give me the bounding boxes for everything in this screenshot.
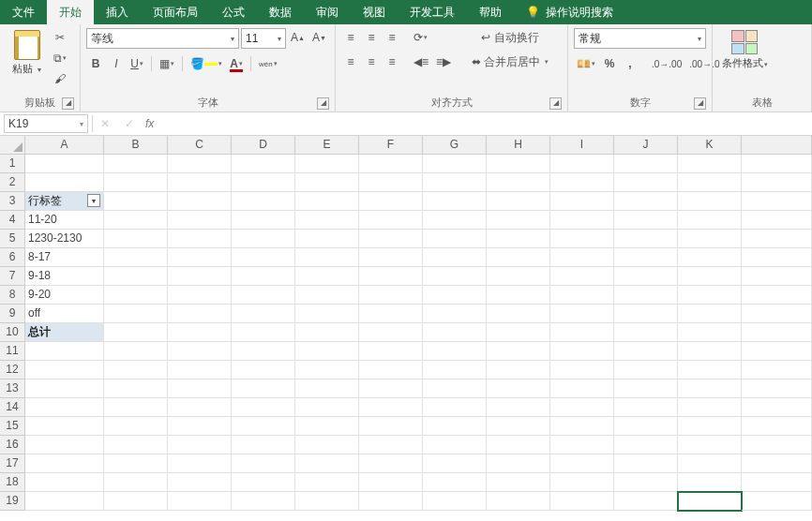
cell-E19[interactable] [295, 492, 359, 511]
cell-C1[interactable] [168, 155, 232, 173]
cell-F12[interactable] [359, 361, 423, 380]
row-header-7[interactable]: 7 [0, 267, 24, 286]
row-header-8[interactable]: 8 [0, 286, 24, 305]
cell-G4[interactable] [423, 211, 487, 230]
conditional-format-button[interactable]: 条件格式▾ [718, 28, 771, 72]
cell-E2[interactable] [295, 173, 359, 192]
select-all-corner[interactable] [0, 136, 25, 155]
cell-C8[interactable] [168, 286, 232, 305]
cell-B10[interactable] [104, 323, 168, 342]
row-header-18[interactable]: 18 [0, 473, 24, 492]
cell-H16[interactable] [487, 436, 550, 454]
cell-J11[interactable] [614, 342, 678, 361]
cell-A14[interactable] [25, 398, 104, 417]
cell-A2[interactable] [25, 173, 104, 192]
bold-button[interactable]: B [86, 54, 105, 73]
row-header-15[interactable]: 15 [0, 417, 24, 436]
clipboard-dialog-launcher[interactable]: ◢ [62, 97, 74, 110]
cell-B16[interactable] [104, 436, 168, 454]
cell-E16[interactable] [295, 436, 359, 454]
formula-input[interactable] [158, 112, 812, 135]
comma-button[interactable]: , [621, 54, 639, 73]
col-header-G[interactable]: G [423, 136, 487, 154]
col-header-E[interactable]: E [295, 136, 359, 154]
cell-C16[interactable] [168, 436, 232, 454]
cell-D5[interactable] [232, 230, 295, 248]
cell-B9[interactable] [104, 305, 168, 323]
cell-B13[interactable] [104, 380, 168, 398]
cell-I3[interactable] [550, 192, 614, 211]
cell-B6[interactable] [104, 248, 168, 267]
cell-I5[interactable] [550, 230, 614, 248]
cell-F15[interactable] [359, 417, 423, 436]
cell-J18[interactable] [614, 473, 678, 492]
row-header-19[interactable]: 19 [0, 492, 24, 511]
insert-function-button[interactable]: fx [142, 112, 158, 135]
tab-insert[interactable]: 插入 [94, 0, 141, 24]
cell-A10[interactable]: 总计 [25, 323, 104, 342]
cell-A16[interactable] [25, 436, 104, 454]
cell-B11[interactable] [104, 342, 168, 361]
cell-B8[interactable] [104, 286, 168, 305]
cell-K11[interactable] [678, 342, 742, 361]
cell-F13[interactable] [359, 380, 423, 398]
cell-J1[interactable] [614, 155, 678, 173]
cell-G19[interactable] [423, 492, 487, 511]
borders-button[interactable]: ▦▾ [157, 54, 177, 73]
tab-view[interactable]: 视图 [351, 0, 398, 24]
cell-C10[interactable] [168, 323, 232, 342]
cell-D3[interactable] [232, 192, 295, 211]
cell-F9[interactable] [359, 305, 423, 323]
cell-E6[interactable] [295, 248, 359, 267]
cell-A19[interactable] [25, 492, 104, 511]
cell-I6[interactable] [550, 248, 614, 267]
cell-I4[interactable] [550, 211, 614, 230]
cell-H2[interactable] [487, 173, 550, 192]
cell-C9[interactable] [168, 305, 232, 323]
cell-I17[interactable] [550, 454, 614, 473]
cell-F16[interactable] [359, 436, 423, 454]
cell-I18[interactable] [550, 473, 614, 492]
cell-C14[interactable] [168, 398, 232, 417]
cell-K10[interactable] [678, 323, 742, 342]
row-header-3[interactable]: 3 [0, 192, 24, 211]
row-header-13[interactable]: 13 [0, 380, 24, 398]
cell-H1[interactable] [487, 155, 550, 173]
cell-B5[interactable] [104, 230, 168, 248]
col-header-K[interactable]: K [678, 136, 742, 154]
cell-C6[interactable] [168, 248, 232, 267]
cell-G16[interactable] [423, 436, 487, 454]
alignment-dialog-launcher[interactable]: ◢ [549, 97, 562, 110]
tab-home[interactable]: 开始 [47, 0, 94, 24]
cell-D11[interactable] [232, 342, 295, 361]
cell-J15[interactable] [614, 417, 678, 436]
increase-indent-button[interactable]: ≡▶ [433, 52, 454, 71]
cell-A3[interactable]: 行标签▼ [25, 192, 104, 211]
cell-D4[interactable] [232, 211, 295, 230]
font-name-select[interactable]: 等线▾ [86, 28, 239, 49]
cell-A18[interactable] [25, 473, 104, 492]
cell-H8[interactable] [487, 286, 550, 305]
tab-help[interactable]: 帮助 [467, 0, 514, 24]
cell-A5[interactable]: 1230-2130 [25, 230, 104, 248]
row-header-2[interactable]: 2 [0, 173, 24, 192]
cell-K6[interactable] [678, 248, 742, 267]
number-format-select[interactable]: 常规▾ [574, 28, 706, 49]
cell-E12[interactable] [295, 361, 359, 380]
cell-I13[interactable] [550, 380, 614, 398]
cell-A15[interactable] [25, 417, 104, 436]
number-dialog-launcher[interactable]: ◢ [694, 97, 706, 110]
cell-H7[interactable] [487, 267, 550, 286]
cell-B4[interactable] [104, 211, 168, 230]
cell-B12[interactable] [104, 361, 168, 380]
cell-H3[interactable] [487, 192, 550, 211]
cell-G11[interactable] [423, 342, 487, 361]
cell-G5[interactable] [423, 230, 487, 248]
font-size-select[interactable]: 11▾ [241, 28, 286, 49]
cell-B1[interactable] [104, 155, 168, 173]
increase-font-button[interactable]: A▲ [288, 28, 308, 47]
cell-B15[interactable] [104, 417, 168, 436]
cell-D1[interactable] [232, 155, 295, 173]
cell-D8[interactable] [232, 286, 295, 305]
cell-I11[interactable] [550, 342, 614, 361]
